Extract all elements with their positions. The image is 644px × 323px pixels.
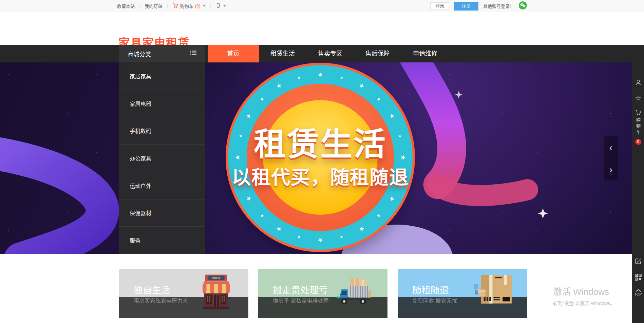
carousel-next-button[interactable]: › xyxy=(604,158,618,180)
sidebar-item-sports-outdoor[interactable]: 运动户外 xyxy=(119,172,205,200)
svg-text:SHOP: SHOP xyxy=(212,277,221,280)
nav-item-sale-zone[interactable]: 售卖专区 xyxy=(306,45,354,62)
watermark-line2: 转到“设置”以激活 Windows。 xyxy=(553,300,615,306)
sidebar-item-services[interactable]: 服务 xyxy=(119,227,205,254)
topbar-right-group: 登录 注册 其他账号登录： xyxy=(430,0,527,12)
hamburger-list-icon xyxy=(190,50,196,57)
toolbar-cart-label[interactable]: 购物车 xyxy=(635,118,641,136)
banner-subtitle: 以租代买，随租随退 xyxy=(232,162,409,189)
cart-link[interactable]: 购物车 (0) xyxy=(172,2,206,10)
watermark-line1: 激活 Windows xyxy=(553,285,615,297)
toolbar-cart-icon[interactable] xyxy=(635,109,642,117)
top-utility-bar: 收藏本站 | 我的订单 | 购物车 (0) | 登录 注册 其他账号 xyxy=(0,0,644,12)
other-login-label: 其他账号登录： xyxy=(483,3,514,9)
nav-menu: 首页 租赁生活 售卖专区 售后保障 申请维修 xyxy=(208,45,449,62)
category-sidebar: 家居家具 家居电器 手机数码 办公家具 运动户外 保健器材 服务 xyxy=(119,62,205,254)
card-title: 搬走贵处理亏 xyxy=(273,283,328,296)
card-title: 随租随退 xyxy=(412,283,449,296)
feedback-edit-icon[interactable] xyxy=(634,258,642,266)
toolbar-cart-badge: 0 xyxy=(635,139,641,145)
card-title: 独自生活 xyxy=(134,283,170,296)
sidebar-item-health-equipment[interactable]: 保健器材 xyxy=(119,200,205,227)
category-title: 商城分类 xyxy=(128,50,151,58)
truck-illustration xyxy=(333,277,374,308)
cart-label: 购物车 xyxy=(180,3,193,9)
card-subtitle: 免费回收 搬家无忧 xyxy=(412,296,457,304)
box-illustration xyxy=(473,273,513,307)
sidebar-item-mobile-digital[interactable]: 手机数码 xyxy=(119,117,205,145)
cart-count: (0) xyxy=(195,3,201,8)
card-subtitle: 租房买家私家电压力大 xyxy=(134,296,188,304)
wechat-login-icon[interactable] xyxy=(519,1,527,11)
card-subtitle: 换房子 家私家电难处理 xyxy=(273,296,328,304)
right-side-toolbar: ☆ 购物车 0 TOP xyxy=(632,45,644,323)
divider xyxy=(634,153,642,153)
nav-item-home[interactable]: 首页 xyxy=(208,45,259,62)
separator: | xyxy=(210,3,211,8)
account-icon[interactable] xyxy=(634,79,642,88)
sidebar-item-home-furniture[interactable]: 家居家具 xyxy=(119,62,205,90)
windows-activation-watermark: 激活 Windows 转到“设置”以激活 Windows。 xyxy=(553,285,615,306)
divider xyxy=(634,107,642,107)
mall-category-header[interactable]: 商城分类 xyxy=(119,45,205,62)
qr-code-icon[interactable] xyxy=(635,274,642,282)
mobile-version-link[interactable] xyxy=(215,2,226,10)
my-orders-link[interactable]: 我的订单 xyxy=(145,3,162,9)
nav-item-aftersale[interactable]: 售后保障 xyxy=(354,45,401,62)
main-navbar: 商城分类 首页 租赁生活 售卖专区 售后保障 申请维修 xyxy=(0,45,632,62)
favorite-site-link[interactable]: 收藏本站 xyxy=(117,3,135,9)
shop-illustration: SHOP xyxy=(197,273,235,311)
sidebar-item-home-appliances[interactable]: 家居电器 xyxy=(119,90,205,117)
chevron-down-icon xyxy=(203,5,206,7)
login-button[interactable]: 登录 xyxy=(430,2,449,10)
favorites-star-icon[interactable]: ☆ xyxy=(635,95,641,101)
separator: | xyxy=(167,3,168,8)
mobile-icon xyxy=(215,2,221,10)
nav-item-repair[interactable]: 申请维修 xyxy=(401,45,449,62)
hero-banner: ★★★★★★★★★★★★★★★★★★★★★★★★ 租赁生活 以租代买，随租随退 … xyxy=(0,62,632,254)
nav-item-rental-life[interactable]: 租赁生活 xyxy=(259,45,306,62)
promo-card-rent-return[interactable]: 随租随退 免费回收 搬家无忧 xyxy=(398,269,527,318)
banner-title: 租赁生活 xyxy=(254,118,387,165)
promo-card-moving-cost[interactable]: 搬走贵处理亏 换房子 家私家电难处理 xyxy=(258,269,387,318)
chevron-down-icon xyxy=(223,5,226,7)
register-button[interactable]: 注册 xyxy=(454,2,478,11)
carousel-prev-button[interactable]: ‹ xyxy=(604,136,618,158)
site-header: 家具家电租赁 xyxy=(0,12,644,45)
back-to-top-button[interactable]: TOP xyxy=(634,292,642,296)
topbar-left-group: 收藏本站 | 我的订单 | 购物车 (0) | xyxy=(117,0,226,12)
sidebar-item-office-furniture[interactable]: 办公家具 xyxy=(119,145,205,172)
promo-card-live-alone[interactable]: 独自生活 租房买家私家电压力大 SHOP xyxy=(119,269,248,318)
cart-icon xyxy=(172,2,178,10)
separator: | xyxy=(139,3,140,8)
